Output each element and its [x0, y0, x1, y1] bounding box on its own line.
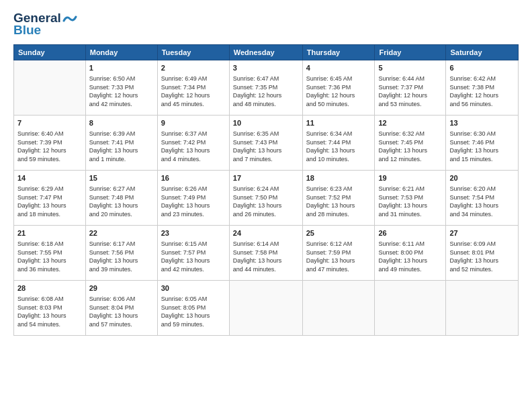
weekday-header-wednesday: Wednesday — [229, 45, 302, 60]
calendar-cell: 7Sunrise: 6:40 AM Sunset: 7:39 PM Daylig… — [14, 116, 86, 171]
day-info: Sunrise: 6:34 AM Sunset: 7:44 PM Dayligh… — [306, 130, 355, 163]
day-info: Sunrise: 6:24 AM Sunset: 7:50 PM Dayligh… — [233, 185, 282, 218]
day-number: 18 — [306, 173, 371, 183]
day-info: Sunrise: 6:49 AM Sunset: 7:34 PM Dayligh… — [161, 75, 210, 107]
day-number: 16 — [161, 173, 226, 183]
calendar-cell: 21Sunrise: 6:18 AM Sunset: 7:55 PM Dayli… — [14, 226, 86, 281]
weekday-header-tuesday: Tuesday — [157, 45, 229, 60]
day-info: Sunrise: 6:44 AM Sunset: 7:37 PM Dayligh… — [378, 75, 427, 107]
day-info: Sunrise: 6:06 AM Sunset: 8:04 PM Dayligh… — [89, 295, 138, 328]
day-number: 9 — [161, 118, 226, 128]
day-info: Sunrise: 6:12 AM Sunset: 7:59 PM Dayligh… — [306, 240, 355, 273]
day-info: Sunrise: 6:14 AM Sunset: 7:58 PM Dayligh… — [233, 240, 282, 273]
day-info: Sunrise: 6:35 AM Sunset: 7:43 PM Dayligh… — [233, 130, 282, 163]
calendar-cell: 29Sunrise: 6:06 AM Sunset: 8:04 PM Dayli… — [85, 281, 157, 336]
calendar-cell: 24Sunrise: 6:14 AM Sunset: 7:58 PM Dayli… — [229, 226, 302, 281]
calendar-cell — [302, 281, 375, 336]
logo: General Blue — [13, 11, 77, 38]
day-info: Sunrise: 6:27 AM Sunset: 7:48 PM Dayligh… — [89, 185, 138, 218]
day-number: 29 — [89, 283, 154, 293]
day-info: Sunrise: 6:15 AM Sunset: 7:57 PM Dayligh… — [161, 240, 210, 273]
calendar-cell: 16Sunrise: 6:26 AM Sunset: 7:49 PM Dayli… — [157, 171, 229, 226]
day-number: 21 — [17, 228, 82, 238]
week-row-4: 21Sunrise: 6:18 AM Sunset: 7:55 PM Dayli… — [14, 226, 519, 281]
weekday-row: SundayMondayTuesdayWednesdayThursdayFrid… — [14, 45, 519, 60]
week-row-1: 1Sunrise: 6:50 AM Sunset: 7:33 PM Daylig… — [14, 60, 519, 116]
calendar-cell: 28Sunrise: 6:08 AM Sunset: 8:03 PM Dayli… — [14, 281, 86, 336]
day-number: 3 — [233, 63, 299, 73]
day-number: 2 — [161, 63, 226, 73]
day-number: 6 — [449, 63, 515, 73]
calendar-cell — [14, 60, 86, 116]
day-info: Sunrise: 6:39 AM Sunset: 7:41 PM Dayligh… — [89, 130, 138, 163]
calendar-header: SundayMondayTuesdayWednesdayThursdayFrid… — [14, 45, 519, 60]
day-number: 23 — [161, 228, 226, 238]
calendar-cell: 23Sunrise: 6:15 AM Sunset: 7:57 PM Dayli… — [157, 226, 229, 281]
calendar-cell: 15Sunrise: 6:27 AM Sunset: 7:48 PM Dayli… — [85, 171, 157, 226]
calendar-cell: 17Sunrise: 6:24 AM Sunset: 7:50 PM Dayli… — [229, 171, 302, 226]
calendar-cell: 14Sunrise: 6:29 AM Sunset: 7:47 PM Dayli… — [14, 171, 86, 226]
logo-blue-text: Blue — [13, 23, 41, 38]
calendar-cell: 6Sunrise: 6:42 AM Sunset: 7:38 PM Daylig… — [446, 60, 519, 116]
calendar-cell: 20Sunrise: 6:20 AM Sunset: 7:54 PM Dayli… — [446, 171, 519, 226]
day-info: Sunrise: 6:08 AM Sunset: 8:03 PM Dayligh… — [17, 295, 66, 328]
calendar-cell: 9Sunrise: 6:37 AM Sunset: 7:42 PM Daylig… — [157, 116, 229, 171]
calendar-cell — [446, 281, 519, 336]
calendar-cell: 12Sunrise: 6:32 AM Sunset: 7:45 PM Dayli… — [375, 116, 446, 171]
day-number: 5 — [378, 63, 442, 73]
day-number: 20 — [449, 173, 515, 183]
day-info: Sunrise: 6:50 AM Sunset: 7:33 PM Dayligh… — [89, 75, 138, 107]
calendar-cell — [375, 281, 446, 336]
page: General Blue SundayMondayTuesdayWednesda… — [0, 0, 532, 411]
day-number: 11 — [306, 118, 371, 128]
day-info: Sunrise: 6:23 AM Sunset: 7:52 PM Dayligh… — [306, 185, 355, 218]
calendar-cell: 5Sunrise: 6:44 AM Sunset: 7:37 PM Daylig… — [375, 60, 446, 116]
logo-wave-icon — [62, 14, 77, 24]
day-info: Sunrise: 6:30 AM Sunset: 7:46 PM Dayligh… — [449, 130, 498, 163]
day-info: Sunrise: 6:11 AM Sunset: 8:00 PM Dayligh… — [378, 240, 427, 273]
day-number: 28 — [17, 283, 82, 293]
day-info: Sunrise: 6:26 AM Sunset: 7:49 PM Dayligh… — [161, 185, 210, 218]
day-info: Sunrise: 6:40 AM Sunset: 7:39 PM Dayligh… — [17, 130, 66, 163]
day-info: Sunrise: 6:21 AM Sunset: 7:53 PM Dayligh… — [378, 185, 427, 218]
day-number: 12 — [378, 118, 442, 128]
day-number: 30 — [161, 283, 226, 293]
week-row-5: 28Sunrise: 6:08 AM Sunset: 8:03 PM Dayli… — [14, 281, 519, 336]
day-number: 7 — [17, 118, 82, 128]
calendar-cell: 8Sunrise: 6:39 AM Sunset: 7:41 PM Daylig… — [85, 116, 157, 171]
day-info: Sunrise: 6:37 AM Sunset: 7:42 PM Dayligh… — [161, 130, 210, 163]
day-number: 13 — [449, 118, 515, 128]
weekday-header-thursday: Thursday — [302, 45, 375, 60]
day-info: Sunrise: 6:17 AM Sunset: 7:56 PM Dayligh… — [89, 240, 138, 273]
header: General Blue — [13, 11, 519, 38]
day-number: 10 — [233, 118, 299, 128]
day-number: 17 — [233, 173, 299, 183]
day-info: Sunrise: 6:29 AM Sunset: 7:47 PM Dayligh… — [17, 185, 66, 218]
calendar-cell: 26Sunrise: 6:11 AM Sunset: 8:00 PM Dayli… — [375, 226, 446, 281]
day-number: 8 — [89, 118, 154, 128]
calendar-cell: 11Sunrise: 6:34 AM Sunset: 7:44 PM Dayli… — [302, 116, 375, 171]
calendar-cell: 2Sunrise: 6:49 AM Sunset: 7:34 PM Daylig… — [157, 60, 229, 116]
day-info: Sunrise: 6:32 AM Sunset: 7:45 PM Dayligh… — [378, 130, 427, 163]
weekday-header-monday: Monday — [85, 45, 157, 60]
calendar-cell: 27Sunrise: 6:09 AM Sunset: 8:01 PM Dayli… — [446, 226, 519, 281]
calendar-cell: 1Sunrise: 6:50 AM Sunset: 7:33 PM Daylig… — [85, 60, 157, 116]
day-number: 1 — [89, 63, 154, 73]
calendar-cell: 30Sunrise: 6:05 AM Sunset: 8:05 PM Dayli… — [157, 281, 229, 336]
calendar-cell: 4Sunrise: 6:45 AM Sunset: 7:36 PM Daylig… — [302, 60, 375, 116]
day-info: Sunrise: 6:45 AM Sunset: 7:36 PM Dayligh… — [306, 75, 355, 107]
day-info: Sunrise: 6:42 AM Sunset: 7:38 PM Dayligh… — [449, 75, 498, 107]
calendar-cell: 10Sunrise: 6:35 AM Sunset: 7:43 PM Dayli… — [229, 116, 302, 171]
weekday-header-sunday: Sunday — [14, 45, 86, 60]
week-row-2: 7Sunrise: 6:40 AM Sunset: 7:39 PM Daylig… — [14, 116, 519, 171]
day-info: Sunrise: 6:18 AM Sunset: 7:55 PM Dayligh… — [17, 240, 66, 273]
day-number: 15 — [89, 173, 154, 183]
calendar-cell: 22Sunrise: 6:17 AM Sunset: 7:56 PM Dayli… — [85, 226, 157, 281]
week-row-3: 14Sunrise: 6:29 AM Sunset: 7:47 PM Dayli… — [14, 171, 519, 226]
calendar-cell: 18Sunrise: 6:23 AM Sunset: 7:52 PM Dayli… — [302, 171, 375, 226]
day-info: Sunrise: 6:20 AM Sunset: 7:54 PM Dayligh… — [449, 185, 498, 218]
day-number: 22 — [89, 228, 154, 238]
calendar-cell — [229, 281, 302, 336]
day-number: 24 — [233, 228, 299, 238]
weekday-header-friday: Friday — [375, 45, 446, 60]
